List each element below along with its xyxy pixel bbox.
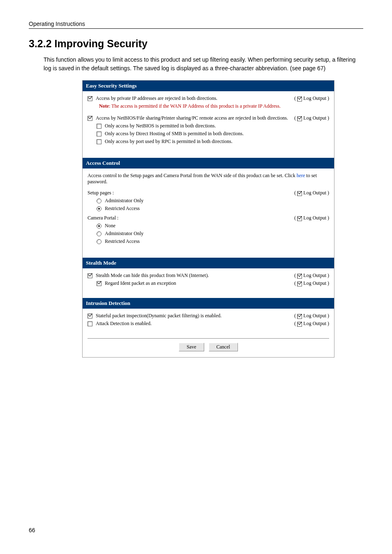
checkbox-attack[interactable] [88,321,92,326]
checkbox-only-rpc[interactable] [97,139,101,144]
label-stealth: Stealth Mode can hide this product from … [96,272,294,279]
link-here[interactable]: here [297,173,305,178]
checkbox-log-spi[interactable] [297,314,302,319]
save-button[interactable]: Save [179,343,204,351]
easy-security-body: Access by private IP addresses are rejec… [83,91,334,158]
checkbox-netbios[interactable] [88,116,92,121]
access-control-desc: Access control to the Setup pages and Ca… [88,173,329,185]
log-output-setup: ( Log Output) [294,190,329,196]
log-output-attack: ( Log Output) [294,321,329,327]
checkbox-log-camera[interactable] [297,216,302,221]
running-head: Operating Instructions [29,21,363,29]
label-only-netbios: Only access by NetBIOS is permitted in b… [105,123,329,129]
checkbox-only-smb[interactable] [97,132,101,136]
radio-camera-restricted[interactable] [97,239,101,244]
page-number: 66 [29,527,35,533]
log-output-stealth: ( Log Output) [294,272,329,279]
checkbox-stealth[interactable] [88,273,92,278]
label-ident: Regard Ident packet as an exception [105,280,294,286]
note-private-ip: Note: The access is permitted if the WAN… [99,103,329,109]
checkbox-spi[interactable] [88,314,92,319]
label-netbios: Access by NetBIOS/File sharing/Printer s… [96,115,294,121]
log-output-netbios: ( Log Output) [294,115,329,121]
security-panel: Easy Security Settings Access by private… [82,80,334,358]
log-output-spi: ( Log Output) [294,313,329,319]
stealth-mode-header: Stealth Mode [83,258,334,268]
checkbox-private-ip[interactable] [88,96,92,101]
checkbox-log-stealth[interactable] [297,274,302,279]
checkbox-only-netbios[interactable] [97,124,101,129]
log-output-ident: ( Log Output) [294,280,329,286]
label-setup-restricted: Restricted Access [105,205,329,212]
camera-portal-label: Camera Portal : [88,215,294,221]
radio-camera-none[interactable] [97,224,101,229]
access-control-header: Access Control [83,158,334,169]
label-camera-admin: Administrator Only [105,231,329,237]
label-setup-admin: Administrator Only [105,198,329,204]
label-camera-restricted: Restricted Access [105,238,329,245]
label-attack: Attack Detection is enabled. [96,321,294,327]
checkbox-log-private-ip[interactable] [297,97,302,102]
intro-paragraph: This function allows you to limit access… [44,55,363,73]
label-camera-none: None [105,223,329,229]
label-private-ip: Access by private IP addresses are rejec… [96,95,294,102]
section-heading: 3.2.2 Improving Security [29,38,363,50]
label-only-smb: Only access by Direct Hosting of SMB is … [105,131,329,137]
setup-pages-label: Setup pages : [88,190,294,196]
checkbox-log-setup[interactable] [297,191,302,196]
intrusion-header: Intrusion Detection [83,298,334,309]
easy-security-header: Easy Security Settings [83,81,334,91]
cancel-button[interactable]: Cancel [209,343,238,351]
log-output-camera: ( Log Output) [294,215,329,221]
button-row: Save Cancel [88,338,329,357]
log-output-private-ip: ( Log Output) [294,95,329,102]
checkbox-ident[interactable] [97,281,101,286]
stealth-mode-body: Stealth Mode can hide this product from … [83,268,334,298]
access-control-body: Access control to the Setup pages and Ca… [83,169,334,258]
label-only-rpc: Only access by port used by RPC is permi… [105,138,329,145]
checkbox-log-ident[interactable] [297,282,302,286]
radio-setup-admin[interactable] [97,199,101,203]
checkbox-log-netbios[interactable] [297,116,302,121]
label-spi: Stateful packet inspection(Dynamic packe… [96,313,294,319]
intrusion-body: Stateful packet inspection(Dynamic packe… [83,309,334,336]
radio-camera-admin[interactable] [97,231,101,236]
radio-setup-restricted[interactable] [97,206,101,211]
checkbox-log-attack[interactable] [297,322,302,327]
